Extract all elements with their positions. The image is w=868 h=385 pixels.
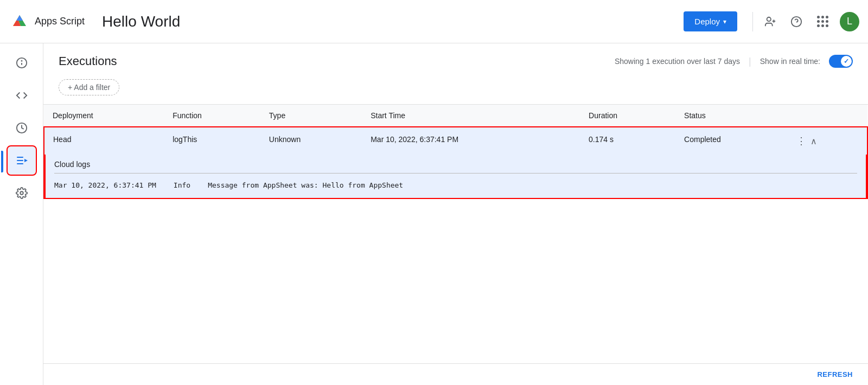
add-filter-button[interactable]: + Add a filter bbox=[59, 79, 119, 95]
help-icon bbox=[790, 16, 802, 28]
executions-icon bbox=[15, 154, 28, 167]
cell-duration: 0.174 s bbox=[580, 127, 675, 155]
settings-icon bbox=[16, 187, 28, 199]
add-person-icon bbox=[764, 16, 776, 28]
sidebar bbox=[0, 43, 43, 385]
info-icon bbox=[16, 57, 28, 69]
svg-marker-13 bbox=[24, 159, 28, 162]
main-layout: Executions Showing 1 execution over last… bbox=[0, 43, 868, 385]
filter-area: + Add a filter bbox=[43, 75, 868, 104]
row-actions: ⋮ ∧ bbox=[796, 135, 858, 147]
grid-icon bbox=[817, 16, 828, 27]
executions-meta: Showing 1 execution over last 7 days | S… bbox=[615, 55, 853, 68]
cloud-logs-cell: Cloud logs Mar 10, 2022, 6:37:41 PM Info… bbox=[44, 155, 867, 198]
main-content: Executions Showing 1 execution over last… bbox=[43, 43, 868, 385]
col-duration: Duration bbox=[580, 105, 675, 127]
cloud-logs-row: Cloud logs Mar 10, 2022, 6:37:41 PM Info… bbox=[44, 155, 867, 198]
editor-icon bbox=[16, 89, 28, 101]
toggle-check-icon: ✓ bbox=[844, 57, 849, 65]
sidebar-item-triggers[interactable] bbox=[7, 113, 37, 143]
refresh-button[interactable]: REFRESH bbox=[817, 370, 853, 378]
table-row[interactable]: Head logThis Unknown Mar 10, 2022, 6:37:… bbox=[44, 127, 867, 155]
deploy-button[interactable]: Deploy ▾ bbox=[684, 11, 737, 31]
sidebar-item-editor[interactable] bbox=[7, 80, 37, 111]
meta-divider: | bbox=[749, 56, 751, 67]
log-message: Message from AppSheet was: Hello from Ap… bbox=[208, 181, 403, 189]
executions-table-container: Deployment Function Type Start Time Dura… bbox=[43, 104, 868, 363]
cell-function: logThis bbox=[164, 127, 260, 155]
executions-table: Deployment Function Type Start Time Dura… bbox=[43, 105, 868, 199]
cell-type: Unknown bbox=[260, 127, 362, 155]
cell-row-actions: ⋮ ∧ bbox=[788, 127, 867, 155]
realtime-label: Show in real time: bbox=[760, 57, 820, 66]
header-divider bbox=[752, 12, 753, 31]
apps-grid-button[interactable] bbox=[812, 11, 833, 33]
log-timestamp: Mar 10, 2022, 6:37:41 PM bbox=[54, 181, 156, 189]
app-header: Apps Script Hello World Deploy ▾ bbox=[0, 0, 868, 43]
log-entry: Mar 10, 2022, 6:37:41 PM Info Message fr… bbox=[54, 179, 857, 191]
col-status: Status bbox=[675, 105, 788, 127]
active-indicator bbox=[1, 151, 3, 172]
refresh-area: REFRESH bbox=[43, 363, 868, 385]
col-type: Type bbox=[260, 105, 362, 127]
more-options-icon[interactable]: ⋮ bbox=[796, 135, 806, 147]
apps-script-logo-icon bbox=[9, 11, 30, 33]
col-start-time: Start Time bbox=[362, 105, 580, 127]
svg-point-1 bbox=[767, 17, 771, 21]
add-filter-label: + Add a filter bbox=[68, 83, 110, 92]
executions-header: Executions Showing 1 execution over last… bbox=[43, 43, 868, 75]
table-body: Head logThis Unknown Mar 10, 2022, 6:37:… bbox=[44, 127, 867, 198]
col-deployment: Deployment bbox=[44, 105, 164, 127]
header-icons: L bbox=[760, 11, 859, 33]
executions-title: Executions bbox=[59, 54, 117, 68]
cell-status: Completed bbox=[675, 127, 788, 155]
svg-point-14 bbox=[20, 191, 23, 195]
cloud-logs-section: Cloud logs Mar 10, 2022, 6:37:41 PM Info… bbox=[44, 155, 867, 198]
cloud-logs-title: Cloud logs bbox=[54, 155, 857, 173]
app-name-label: Apps Script bbox=[35, 16, 85, 27]
log-level: Info bbox=[174, 181, 190, 189]
col-actions bbox=[788, 105, 867, 127]
table-header: Deployment Function Type Start Time Dura… bbox=[44, 105, 867, 127]
clock-icon bbox=[16, 122, 28, 134]
collapse-icon[interactable]: ∧ bbox=[810, 136, 817, 146]
logo-area: Apps Script bbox=[9, 11, 85, 33]
project-name-label: Hello World bbox=[102, 13, 180, 30]
sidebar-item-settings[interactable] bbox=[7, 178, 37, 208]
deploy-label: Deploy bbox=[694, 17, 720, 26]
cell-start-time: Mar 10, 2022, 6:37:41 PM bbox=[362, 127, 580, 155]
realtime-toggle[interactable]: ✓ bbox=[829, 55, 853, 68]
cloud-logs-divider bbox=[54, 173, 857, 174]
cell-deployment: Head bbox=[44, 127, 164, 155]
user-avatar[interactable]: L bbox=[840, 12, 859, 31]
help-button[interactable] bbox=[786, 11, 807, 33]
sidebar-item-overview[interactable] bbox=[7, 48, 37, 78]
col-function: Function bbox=[164, 105, 260, 127]
executions-count-text: Showing 1 execution over last 7 days bbox=[615, 57, 740, 66]
toggle-knob: ✓ bbox=[841, 56, 852, 67]
deploy-chevron-icon: ▾ bbox=[723, 18, 726, 25]
sidebar-item-executions[interactable] bbox=[7, 145, 37, 176]
add-person-button[interactable] bbox=[760, 11, 781, 33]
